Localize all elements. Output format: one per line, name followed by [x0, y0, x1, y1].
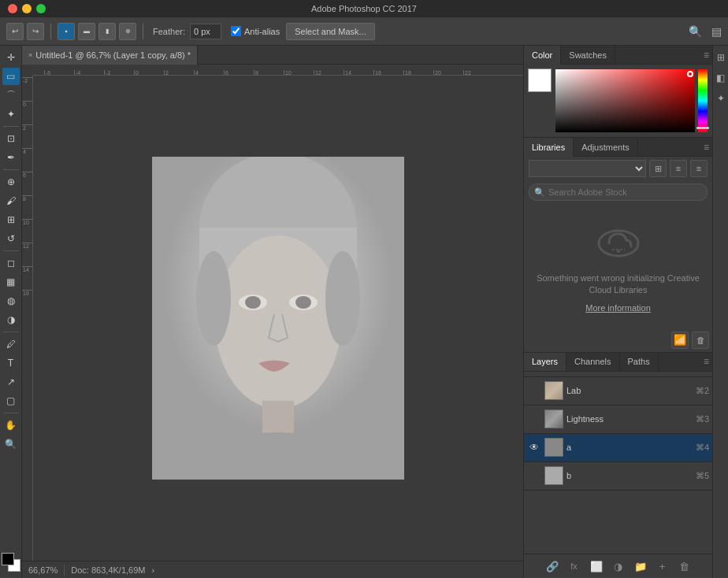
feather-input[interactable] [190, 24, 221, 39]
stamp-tool[interactable]: ⊞ [2, 211, 20, 228]
layer-eye-a[interactable]: 👁 [527, 442, 541, 453]
hue-strip[interactable] [698, 69, 708, 132]
tab-channels[interactable]: Channels [566, 353, 619, 372]
document-tab[interactable]: × Untitled-1 @ 66,7% (Layer 1 copy, a/8)… [22, 46, 198, 65]
libraries-trash-btn[interactable]: 🗑 [692, 332, 709, 349]
text-tool[interactable]: T [2, 354, 20, 372]
right-panel: Color Swatches ≡ [523, 46, 712, 578]
layers-mask-btn[interactable]: ⬜ [588, 558, 605, 575]
hand-tool[interactable]: ✋ [2, 417, 20, 434]
layer-name-b: b [566, 471, 693, 480]
gradient-tool[interactable]: ▦ [2, 273, 20, 291]
history-back-button[interactable]: ↩ [6, 23, 24, 40]
search-icon[interactable]: 🔍 [689, 25, 702, 38]
libraries-dropdown[interactable] [529, 160, 646, 177]
vertical-ruler: -2 0 2 4 6 8 10 12 14 16 [22, 76, 33, 561]
fg-bg-swatches[interactable] [2, 553, 20, 572]
libraries-panel: Libraries Adjustments ≡ ⊞ ≡ ≡ 🔍 [524, 138, 712, 353]
libraries-menu-btn[interactable]: ≡ [690, 160, 708, 177]
anti-alias-checkbox[interactable] [231, 26, 241, 36]
single-row-btn[interactable]: ▬ [78, 23, 95, 40]
shape-tool[interactable]: ▢ [2, 392, 20, 409]
close-button[interactable] [8, 4, 17, 13]
rect-select-tool-btn[interactable]: ▪ [58, 23, 75, 40]
tab-title: Untitled-1 @ 66,7% (Layer 1 copy, a/8) * [35, 50, 191, 60]
ruler-tick: 8 [254, 70, 284, 76]
magic-wand-tool[interactable]: ✦ [2, 106, 20, 123]
canvas-scroll-area[interactable] [33, 76, 523, 561]
crop-tool[interactable]: ⊡ [2, 130, 20, 147]
layers-fx-btn[interactable]: fx [566, 558, 583, 575]
layer-name-lab: Lab [566, 386, 693, 395]
layers-group-btn[interactable]: 📁 [632, 558, 649, 575]
libraries-search-input[interactable] [529, 183, 708, 201]
zoom-tool[interactable]: 🔍 [2, 435, 20, 453]
status-arrow[interactable]: › [151, 565, 154, 575]
tab-layers[interactable]: Layers [524, 353, 566, 372]
rect-select-tool[interactable]: ▭ [2, 68, 20, 85]
more-information-link[interactable]: More information [585, 303, 651, 313]
fixed-ratio-btn[interactable]: ⊕ [119, 23, 136, 40]
horizontal-ruler: -6 -4 -2 0 2 4 6 8 10 12 14 16 1 [33, 65, 523, 76]
right-area: Color Swatches ≡ [523, 46, 728, 578]
tab-color[interactable]: Color [524, 46, 561, 65]
history-forward-button[interactable]: ↪ [27, 23, 44, 40]
color-gradient-picker[interactable] [555, 69, 695, 132]
layers-link-btn[interactable]: 🔗 [544, 558, 561, 575]
layers-delete-btn[interactable]: 🗑 [676, 558, 693, 575]
layers-panel-menu-icon[interactable]: ≡ [704, 356, 709, 367]
layers-new-btn[interactable]: + [654, 558, 671, 575]
healing-brush-tool[interactable]: ⊕ [2, 173, 20, 191]
tab-adjustments[interactable]: Adjustments [574, 138, 638, 157]
properties-icon-btn[interactable]: ⊞ [712, 49, 729, 66]
minimize-button[interactable] [22, 4, 32, 13]
tab-close-x[interactable]: × [28, 51, 32, 59]
layers-panel: Layers Channels Paths ≡ Lab ⌘2 [524, 353, 712, 578]
lasso-tool[interactable]: ⌒ [2, 87, 20, 104]
tab-swatches[interactable]: Swatches [561, 46, 615, 65]
svg-point-16 [617, 250, 620, 253]
maximize-button[interactable] [36, 4, 46, 13]
layer-row-lab[interactable]: Lab ⌘2 [524, 377, 712, 406]
select-mask-button[interactable]: Select and Mask... [286, 23, 375, 40]
layer-row-b[interactable]: b ⌘5 [524, 462, 712, 491]
layer-thumb-lightness [544, 409, 563, 428]
libraries-grid-view-btn[interactable]: ⊞ [649, 160, 667, 177]
foreground-color-swatch[interactable] [2, 553, 14, 565]
move-tool[interactable]: ✛ [2, 49, 20, 66]
workspace-icon[interactable]: ▤ [711, 25, 722, 38]
layers-toolbar [524, 372, 712, 377]
libraries-wifi-icon[interactable]: 📶 [671, 332, 689, 349]
dodge-tool[interactable]: ◑ [2, 311, 20, 328]
anti-alias-label: Anti-alias [244, 27, 280, 36]
pen-tool[interactable]: 🖊 [2, 335, 20, 353]
tab-libraries[interactable]: Libraries [524, 138, 574, 157]
layer-thumb-img-a [545, 439, 563, 456]
layers-adjust-btn[interactable]: ◑ [610, 558, 627, 575]
layer-row-lightness[interactable]: Lightness ⌘3 [524, 406, 712, 434]
layer-row-a[interactable]: 👁 a ⌘4 [524, 434, 712, 462]
style-icon-btn[interactable]: ✦ [712, 90, 729, 107]
history-brush-tool[interactable]: ↺ [2, 230, 20, 247]
libraries-search: 🔍 [524, 180, 712, 204]
ruler-tick: 12 [314, 70, 344, 76]
gradient-handle[interactable] [687, 71, 693, 77]
blur-tool[interactable]: ◍ [2, 292, 20, 309]
svg-point-6 [245, 296, 261, 309]
color-panel-menu-icon[interactable]: ≡ [704, 50, 709, 61]
libraries-list-view-btn[interactable]: ≡ [670, 160, 687, 177]
single-col-btn[interactable]: ▮ [98, 23, 116, 40]
ruler-tick: 2 [164, 70, 194, 76]
libraries-panel-menu-icon[interactable]: ≡ [704, 142, 709, 153]
adjust-icon-btn[interactable]: ◧ [712, 69, 729, 87]
active-color-swatch[interactable] [529, 69, 551, 91]
feather-label: Feather: [153, 27, 185, 36]
window-controls[interactable] [8, 4, 46, 13]
canvas-with-rulers: -6 -4 -2 0 2 4 6 8 10 12 14 16 1 [22, 65, 523, 561]
tab-paths[interactable]: Paths [620, 353, 659, 372]
eyedropper-tool[interactable]: ✒ [2, 149, 20, 166]
path-select-tool[interactable]: ↗ [2, 373, 20, 391]
face-sketch-svg [152, 157, 404, 480]
brush-tool[interactable]: 🖌 [2, 192, 20, 209]
eraser-tool[interactable]: ◻ [2, 254, 20, 272]
